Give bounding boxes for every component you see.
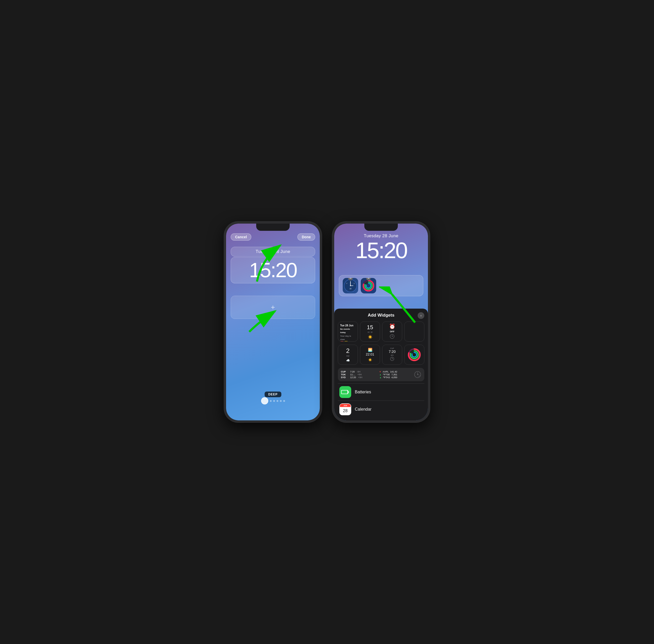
- calendar-icon-small: 28: [340, 341, 344, 342]
- cal-date-text: Tue 28 Jun No events today Your day is c…: [340, 324, 356, 341]
- aqi-label: AQI: [346, 355, 349, 357]
- sun-icon-2: ☀️: [368, 335, 372, 339]
- left-date-widget[interactable]: Tuesday 28 June: [231, 247, 315, 257]
- cup-clock-svg: [390, 357, 394, 361]
- sunrise-icon: 🌅: [368, 348, 372, 352]
- panel-title: Add Widgets: [368, 313, 394, 318]
- dot-1: [270, 400, 272, 402]
- ftas-arrow: ▲: [379, 376, 381, 379]
- cup-time: 7:20: [389, 349, 396, 354]
- world-clock-row[interactable]: CUP 7:20 -8H TOK 11:... +8H SYD 12:20 +9…: [338, 368, 424, 381]
- battery-icon-svg: [341, 390, 349, 395]
- dot-4: [280, 400, 282, 402]
- svg-text:15: 15: [349, 288, 351, 290]
- time-cup: 7:20: [350, 370, 355, 373]
- time-syd: 12:20: [350, 376, 356, 379]
- calendar-label: Calendar: [355, 407, 372, 412]
- ftse-val: 7,351: [391, 373, 397, 376]
- svg-text:10: 10: [346, 283, 348, 284]
- activity-widget-cell[interactable]: [404, 345, 424, 365]
- aapl-val: 141.42: [390, 370, 397, 373]
- cloud-icon: ☁️: [346, 359, 350, 362]
- aapl-arrow: ▼: [379, 371, 381, 373]
- calendar-month: JUN: [344, 405, 347, 407]
- ftse-sym: ^FTSE: [383, 373, 390, 376]
- wc-stocks: ▼ AAPL 141.42 ▲ ^FTSE 7,351 ▲ ^FTAS 4,05…: [379, 370, 397, 379]
- right-silent-btn[interactable]: [332, 271, 332, 284]
- left-time-widget[interactable]: 15:20: [231, 257, 315, 283]
- close-panel-button[interactable]: ×: [418, 312, 424, 319]
- stock-ftas: ▲ ^FTAS 4,050: [379, 376, 397, 379]
- aqi-widget-cell[interactable]: 2 AQI ☁️: [338, 345, 358, 365]
- city-cup: CUP: [341, 370, 348, 373]
- cup-clock-icon: [390, 357, 394, 362]
- calendar-app-row[interactable]: JUN 28 Calendar: [338, 400, 424, 418]
- volume-up-btn[interactable]: [224, 249, 224, 258]
- silent-btn[interactable]: [224, 271, 224, 284]
- weather-icon-aqi: ☁️: [346, 358, 350, 363]
- done-button[interactable]: Done: [297, 233, 315, 240]
- worldclock-widget-cell[interactable]: 15 10 16 ☀️: [360, 321, 380, 342]
- ftse-arrow: ▲: [379, 373, 381, 376]
- batteries-app-icon: [340, 386, 351, 398]
- sun-icon-3: ☀️: [368, 358, 372, 362]
- city-syd: SYD: [341, 376, 348, 379]
- wc-city-syd: SYD 12:20 +9H: [341, 376, 362, 379]
- offset-cup: -8H: [357, 370, 361, 373]
- left-date-text: Tuesday 28 June: [256, 249, 290, 254]
- svg-text:16: 16: [353, 283, 355, 284]
- right-time: 15:20: [334, 239, 428, 262]
- wc-sub-display: 10 16: [368, 331, 372, 333]
- sunrise-widget-cell[interactable]: 🌅 22:01 ☀️: [360, 345, 380, 365]
- page-dots: [226, 397, 320, 405]
- dot-5: [283, 400, 285, 402]
- dot-3: [277, 400, 278, 402]
- offset-tok: +8H: [357, 373, 362, 376]
- wc-cities: CUP 7:20 -8H TOK 11:... +8H SYD 12:20 +9…: [341, 370, 362, 379]
- cal-no-events: No events today: [340, 328, 350, 334]
- close-icon: ×: [420, 314, 422, 318]
- left-phone: Cancel Done Tuesday 28 June 15:20 +: [224, 222, 322, 422]
- ftas-val: 4,050: [391, 376, 397, 379]
- right-volume-down-btn[interactable]: [332, 260, 332, 268]
- right-screen: Tuesday 28 June 15:20 − 15 10 16: [334, 224, 428, 420]
- right-phone: Tuesday 28 June 15:20 − 15 10 16: [332, 222, 430, 422]
- add-widgets-panel: Add Widgets × Tue 28 Jun No events today…: [334, 308, 428, 420]
- clock-face-icon: 15 10 16: [344, 279, 357, 292]
- notch-left: [256, 224, 290, 231]
- calendar-widget-cell[interactable]: Tue 28 Jun No events today Your day is c…: [338, 321, 358, 342]
- alarm-widget-cell[interactable]: ⏰ OFF: [382, 321, 402, 342]
- batteries-app-row[interactable]: Batteries: [338, 383, 424, 400]
- svg-rect-39: [348, 391, 349, 393]
- svg-rect-40: [342, 391, 347, 394]
- offset-syd: +9H: [358, 376, 363, 379]
- activity-widget[interactable]: −: [361, 278, 376, 293]
- alarm-icon: ⏰: [389, 323, 396, 329]
- activity-rings-cell-icon: [408, 348, 421, 361]
- batteries-label: Batteries: [355, 390, 371, 394]
- widget-grid-row2: 2 AQI ☁️ 🌅 22:01 ☀️ CUP 7: [338, 345, 424, 365]
- calendar-day: 28: [343, 409, 348, 413]
- add-widget-placeholder[interactable]: +: [231, 296, 315, 319]
- cal-app-icons: 28 ☀: [340, 341, 356, 342]
- cancel-button[interactable]: Cancel: [231, 233, 251, 240]
- weather-icon-sr: ☀️: [368, 357, 372, 362]
- right-volume-up-btn[interactable]: [332, 249, 332, 258]
- left-time-text: 15:20: [249, 259, 297, 281]
- city-tok: TOK: [341, 373, 348, 376]
- sunrise-time: 22:01: [366, 352, 374, 356]
- world-clock-icon: [414, 371, 421, 378]
- cup-widget-cell[interactable]: CUP 7:20 am: [382, 345, 402, 365]
- alarm-status: OFF: [390, 330, 394, 333]
- alarm-clock-icon: [390, 334, 394, 339]
- notch-right: [364, 224, 398, 231]
- cup-ampm: am: [391, 354, 393, 356]
- stock-aapl: ▼ AAPL 141.42: [379, 370, 397, 373]
- stock-ftse: ▲ ^FTSE 7,351: [379, 373, 397, 376]
- weather-icon-wc: ☀️: [368, 335, 372, 339]
- clock-icon-small: [390, 334, 394, 340]
- time-tok: 11:...: [350, 373, 355, 376]
- aapl-sym: AAPL: [382, 370, 389, 373]
- volume-down-btn[interactable]: [224, 260, 224, 268]
- clock-widget[interactable]: − 15 10 16: [343, 278, 358, 293]
